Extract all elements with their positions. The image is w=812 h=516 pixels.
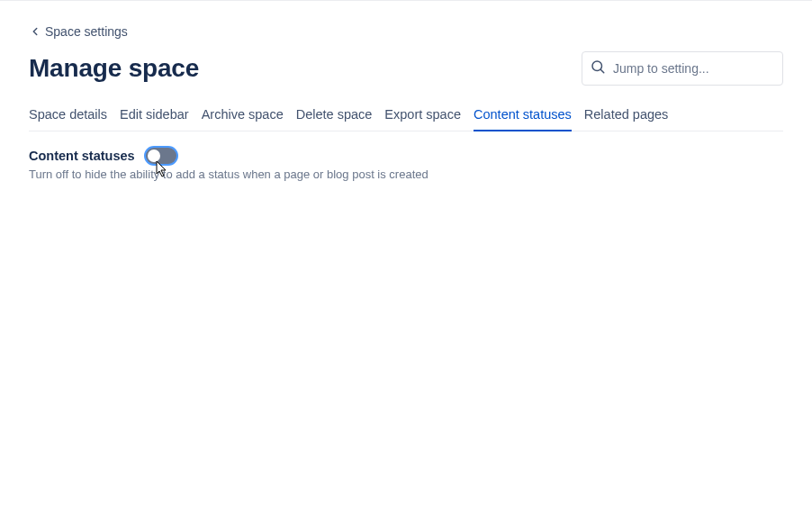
tab-delete-space[interactable]: Delete space: [296, 100, 373, 131]
search-icon: [590, 59, 606, 78]
tab-content-statuses[interactable]: Content statuses: [474, 100, 572, 131]
tab-space-details[interactable]: Space details: [29, 100, 107, 131]
tab-edit-sidebar[interactable]: Edit sidebar: [120, 100, 189, 131]
tab-related-pages[interactable]: Related pages: [584, 100, 669, 131]
toggle-thumb: [148, 149, 160, 162]
tab-bar: Space details Edit sidebar Archive space…: [29, 100, 783, 131]
svg-line-1: [600, 69, 603, 72]
setting-description: Turn off to hide the ability to add a st…: [29, 167, 783, 181]
chevron-left-icon: [29, 25, 41, 38]
search-input[interactable]: [606, 61, 775, 76]
search-container[interactable]: [582, 51, 783, 86]
tab-export-space[interactable]: Export space: [384, 100, 461, 131]
breadcrumb-back[interactable]: Space settings: [29, 23, 128, 41]
breadcrumb-label: Space settings: [45, 23, 128, 41]
svg-point-0: [592, 61, 602, 71]
content-statuses-toggle[interactable]: [146, 148, 176, 164]
tab-archive-space[interactable]: Archive space: [202, 100, 284, 131]
setting-label: Content statuses: [29, 149, 135, 163]
page-title: Manage space: [29, 54, 199, 83]
